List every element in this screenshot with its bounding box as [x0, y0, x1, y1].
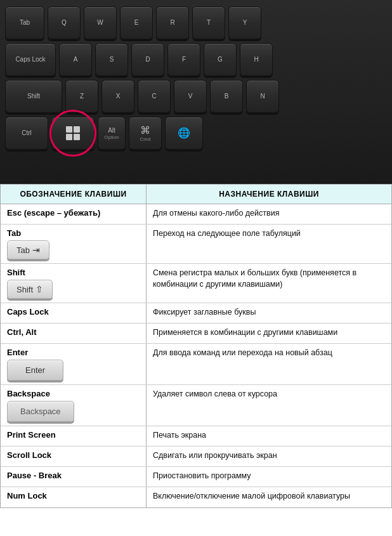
key-windows[interactable]: [51, 117, 95, 150]
key-tab[interactable]: Tab: [5, 6, 44, 39]
desc-text-printscreen: Печать экрана: [153, 430, 206, 441]
cell-key-esc: Esc (escape – убежать): [1, 204, 147, 224]
cell-key-scrolllock: Scroll Lock: [1, 447, 147, 466]
cell-desc-scrolllock: Сдвигать или прокручивать экран: [147, 447, 391, 466]
table-row-backspace: Backspace Backspace Удаляет символ слева…: [1, 385, 391, 426]
desc-text-shift: Смена регистра малых и больших букв (при…: [153, 268, 385, 290]
table-row-printscreen: Print Screen Печать экрана: [1, 426, 391, 447]
key-b[interactable]: B: [210, 80, 243, 113]
table-row-shift: Shift Shift ⇧ Смена регистра малых и бол…: [1, 264, 391, 303]
cell-key-capslock: Caps Lock: [1, 303, 147, 323]
key-a[interactable]: A: [59, 43, 92, 76]
cell-desc-shift: Смена регистра малых и больших букв (при…: [147, 264, 391, 303]
key-g[interactable]: G: [204, 43, 237, 76]
table-row-tab: Tab Tab ⇥ Переход на следующее поле табу…: [1, 225, 391, 264]
cell-desc-enter: Для ввода команд или перехода на новый а…: [147, 344, 391, 384]
key-c[interactable]: C: [138, 80, 171, 113]
key-label-backspace: Backspace: [7, 389, 50, 398]
cell-desc-capslock: Фиксирует заглавные буквы: [147, 303, 391, 323]
key-s[interactable]: S: [95, 43, 128, 76]
cell-desc-backspace: Удаляет символ слева от курсора: [147, 385, 391, 426]
desc-text-enter: Для ввода команд или перехода на новый а…: [153, 348, 332, 359]
table-row-esc: Esc (escape – убежать) Для отмены какого…: [1, 204, 391, 225]
keyboard-row-4: Ctrl Alt Option ⌘ Cmd 🌐: [5, 117, 387, 150]
header-key-name: ОБОЗНАЧЕНИЕ КЛАВИШИ: [1, 185, 147, 204]
key-label-pause: Pause - Break: [7, 471, 62, 480]
shift-arrow-icon: ⇧: [36, 284, 43, 294]
cell-desc-printscreen: Печать экрана: [147, 426, 391, 446]
key-label-enter: Enter: [7, 348, 28, 357]
table-row-scrolllock: Scroll Lock Сдвигать или прокручивать эк…: [1, 447, 391, 467]
desc-text-backspace: Удаляет символ слева от курсора: [153, 389, 277, 400]
desc-text-capslock: Фиксирует заглавные буквы: [153, 307, 256, 318]
table-row-pause: Pause - Break Приостановить программу: [1, 467, 391, 487]
cell-desc-ctrl-alt: Применяется в комбинации с другими клави…: [147, 324, 391, 343]
key-visual-backspace: Backspace: [7, 401, 74, 422]
table-row-enter: Enter Enter Для ввода команд или переход…: [1, 344, 391, 385]
keyboard-row-1: Tab Q W E R T Y: [5, 6, 387, 39]
key-d[interactable]: D: [131, 43, 164, 76]
key-label-printscreen: Print Screen: [7, 430, 56, 440]
key-e[interactable]: E: [120, 6, 153, 39]
enter-text: Enter: [25, 365, 45, 375]
tab-text: Tab: [16, 245, 30, 255]
key-label-capslock: Caps Lock: [7, 307, 49, 317]
cell-key-ctrl-alt: Ctrl, Alt: [1, 324, 147, 343]
keyboard-row-2: Caps Lock A S D F G H: [5, 43, 387, 76]
key-label-ctrl-alt: Ctrl, Alt: [7, 327, 36, 337]
key-q[interactable]: Q: [48, 6, 81, 39]
key-r[interactable]: R: [156, 6, 189, 39]
desc-text-numlock: Включение/отключение малой цифровой клав…: [153, 491, 350, 502]
key-option-label: Option: [104, 134, 119, 140]
cell-desc-tab: Переход на следующее поле табуляций: [147, 225, 391, 263]
key-n[interactable]: N: [246, 80, 279, 113]
table-header: ОБОЗНАЧЕНИЕ КЛАВИШИ НАЗНАЧЕНИЕ КЛАВИШИ: [1, 185, 391, 204]
header-description: НАЗНАЧЕНИЕ КЛАВИШИ: [147, 185, 391, 204]
backspace-text: Backspace: [20, 407, 61, 416]
key-label-esc: Esc (escape – убежать): [7, 208, 100, 218]
key-cmd-symbol[interactable]: ⌘ Cmd: [129, 117, 162, 150]
cell-desc-pause: Приостановить программу: [147, 467, 391, 487]
key-label-scrolllock: Scroll Lock: [7, 450, 51, 460]
tab-arrow-icon: ⇥: [32, 245, 40, 255]
cell-key-enter: Enter Enter: [1, 344, 147, 384]
cell-key-backspace: Backspace Backspace: [1, 385, 147, 426]
cell-key-pause: Pause - Break: [1, 467, 147, 487]
key-shift[interactable]: Shift: [5, 80, 62, 113]
windows-logo-icon: [66, 126, 80, 140]
table-row-numlock: Num Lock Включение/отключение малой цифр…: [1, 487, 391, 507]
keyboard-row-3: Shift Z X C V B N: [5, 80, 387, 113]
key-capslock[interactable]: Caps Lock: [5, 43, 56, 76]
key-x[interactable]: X: [101, 80, 134, 113]
key-windows-container: [51, 117, 95, 150]
key-ctrl[interactable]: Ctrl: [5, 117, 48, 150]
key-visual-shift: Shift ⇧: [7, 280, 53, 299]
desc-text-tab: Переход на следующее поле табуляций: [153, 228, 301, 240]
key-alt[interactable]: Alt Option: [98, 117, 126, 150]
desc-text-scrolllock: Сдвигать или прокручивать экран: [153, 450, 277, 462]
key-globe[interactable]: 🌐: [165, 117, 203, 150]
key-label-shift: Shift: [7, 268, 25, 277]
shift-text: Shift: [16, 285, 33, 294]
key-w[interactable]: W: [84, 6, 117, 39]
desc-text-ctrl-alt: Применяется в комбинации с другими клави…: [153, 327, 337, 339]
cell-desc-numlock: Включение/отключение малой цифровой клав…: [147, 487, 391, 507]
key-y[interactable]: Y: [228, 6, 261, 39]
desc-text-pause: Приостановить программу: [153, 471, 251, 482]
cell-key-tab: Tab Tab ⇥: [1, 225, 147, 263]
table-row-capslock: Caps Lock Фиксирует заглавные буквы: [1, 303, 391, 324]
cell-desc-esc: Для отмены какого-либо действия: [147, 204, 391, 224]
key-h[interactable]: H: [240, 43, 273, 76]
cell-key-shift: Shift Shift ⇧: [1, 264, 147, 303]
key-z[interactable]: Z: [65, 80, 98, 113]
key-f[interactable]: F: [167, 43, 200, 76]
desc-text-esc: Для отмены какого-либо действия: [153, 208, 279, 219]
keyboard-reference-table: ОБОЗНАЧЕНИЕ КЛАВИШИ НАЗНАЧЕНИЕ КЛАВИШИ E…: [0, 184, 392, 508]
key-label-tab: Tab: [7, 228, 21, 238]
key-t[interactable]: T: [192, 6, 225, 39]
key-v[interactable]: V: [174, 80, 207, 113]
key-visual-enter: Enter: [7, 360, 63, 381]
keyboard-image: Tab Q W E R T Y Caps Lock: [0, 0, 392, 184]
cell-key-printscreen: Print Screen: [1, 426, 147, 446]
cell-key-numlock: Num Lock: [1, 487, 147, 507]
